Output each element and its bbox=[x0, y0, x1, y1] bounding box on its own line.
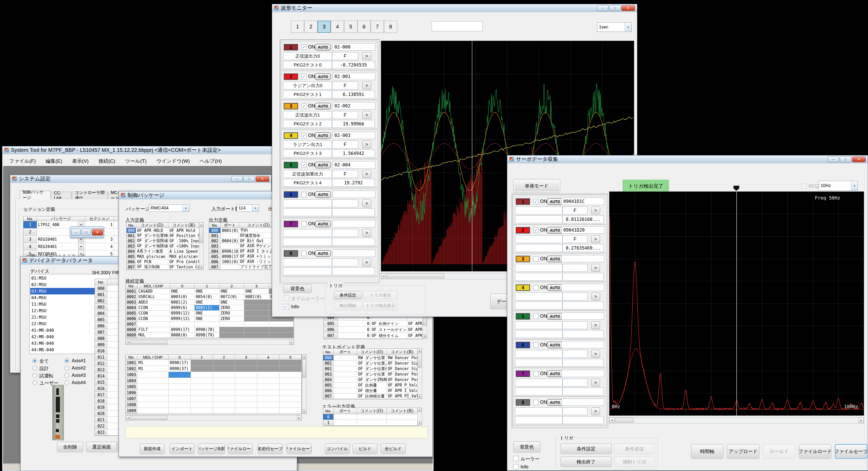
grid-cell[interactable]: OF +100% Input S bbox=[168, 243, 199, 249]
grid-row-header[interactable]: 008 bbox=[95, 335, 107, 342]
grid-cell[interactable]: 0999(17) bbox=[170, 327, 195, 332]
grid-cell[interactable] bbox=[191, 378, 213, 384]
single-shot-mode-button[interactable]: 単発モード bbox=[513, 179, 560, 193]
grid-cell[interactable] bbox=[257, 384, 279, 390]
trigger-button-条件設定[interactable]: 条件設定 bbox=[561, 444, 612, 454]
grid-row-header[interactable]: 007 bbox=[323, 393, 334, 399]
grid-cell[interactable] bbox=[244, 322, 269, 327]
channel-address-field[interactable] bbox=[333, 220, 375, 228]
channel-color-badge[interactable]: 8 bbox=[284, 250, 298, 257]
grid-cell[interactable]: CCON bbox=[137, 316, 170, 322]
grid-row-header[interactable]: 1007 bbox=[126, 396, 137, 402]
grid-cell[interactable] bbox=[235, 360, 257, 366]
tab-8[interactable]: 8 bbox=[384, 21, 397, 33]
channel-auto-button[interactable]: AUTO bbox=[315, 250, 331, 257]
grid-cell[interactable] bbox=[357, 420, 387, 425]
grid-cell[interactable]: OF ダンサ弛限値 bbox=[136, 243, 168, 249]
grid-cell[interactable]: 0003(0) bbox=[170, 294, 195, 300]
channel-auto-button[interactable]: AUTO bbox=[547, 284, 563, 291]
maximize-button[interactable]: □ bbox=[840, 156, 851, 162]
grid-cell[interactable] bbox=[213, 360, 235, 366]
grid-row-header[interactable]: 001 bbox=[95, 292, 107, 298]
channel-expand-button[interactable]: > bbox=[591, 264, 600, 272]
channel-expand-button[interactable]: > bbox=[362, 111, 371, 119]
tab-5[interactable]: 5 bbox=[344, 21, 358, 33]
grid-cell[interactable]: 0999(6) bbox=[170, 305, 195, 311]
grid-cell[interactable] bbox=[257, 378, 279, 384]
channel-auto-button[interactable]: AUTO bbox=[315, 44, 331, 51]
grid-cell[interactable] bbox=[219, 332, 244, 338]
info-textbox[interactable] bbox=[432, 21, 483, 31]
channel-on-checkbox[interactable]: ✓ bbox=[301, 163, 307, 168]
grid-row-header[interactable]: 009 bbox=[95, 342, 107, 348]
grid-row-header[interactable]: 019 bbox=[95, 404, 107, 411]
grid-cell[interactable] bbox=[191, 408, 213, 414]
grid-row-header[interactable]: 013 bbox=[95, 367, 107, 373]
grid-cell[interactable]: CCON bbox=[137, 311, 170, 316]
grid-row-header[interactable]: 004 bbox=[323, 377, 334, 383]
grid-cell[interactable] bbox=[137, 402, 169, 408]
background-color-button[interactable]: 背景色 bbox=[283, 285, 312, 293]
grid-row-header[interactable]: 0006 bbox=[126, 316, 137, 322]
chevron-down-icon[interactable]: ▼ bbox=[851, 181, 858, 190]
grid-row-header[interactable]: 005 bbox=[323, 383, 334, 388]
channel-color-badge[interactable]: 5 bbox=[516, 313, 530, 320]
grid-cell[interactable] bbox=[213, 378, 235, 384]
channel-color-badge[interactable]: 2 bbox=[516, 227, 530, 234]
button-ビルド[interactable]: ビルド bbox=[353, 444, 377, 454]
maximize-button[interactable]: □ bbox=[609, 5, 621, 11]
grid-cell[interactable]: 4 bbox=[85, 243, 114, 251]
grid-cell[interactable] bbox=[191, 396, 213, 402]
grid-cell[interactable] bbox=[334, 388, 357, 393]
minimize-button[interactable]: – bbox=[231, 176, 243, 182]
scrollbar-vertical[interactable]: ▲▼ bbox=[302, 354, 307, 414]
grid-cell[interactable]: 0998(79) bbox=[195, 332, 219, 338]
grid-cell[interactable] bbox=[387, 420, 417, 425]
channel-on-checkbox[interactable] bbox=[533, 400, 538, 405]
grid-cell[interactable]: MAX pls/scan bbox=[168, 254, 199, 259]
grid-cell[interactable]: OF 張力制御 bbox=[136, 264, 168, 270]
grid-row-header[interactable]: 006 bbox=[209, 259, 221, 264]
channel-on-checkbox[interactable]: ✓ bbox=[301, 74, 307, 79]
grid-row-header[interactable]: 007 bbox=[127, 264, 136, 270]
grid-cell[interactable] bbox=[279, 360, 302, 366]
grid-cell[interactable]: OF APR HOLD bbox=[136, 228, 168, 233]
channel-on-checkbox[interactable] bbox=[301, 251, 307, 256]
grid-cell[interactable]: 0998(37) bbox=[169, 366, 191, 372]
grid-cell[interactable]: REGI0401▼ bbox=[37, 243, 85, 251]
menu-item[interactable]: ウインドウ(W) bbox=[156, 158, 190, 165]
grid-cell[interactable] bbox=[195, 322, 219, 327]
grid-row-header[interactable]: 003 bbox=[323, 372, 334, 377]
grid-cell[interactable]: OF APR P_Value bbox=[387, 383, 417, 388]
grid-cell[interactable] bbox=[235, 396, 257, 402]
grid-cell[interactable]: ONE bbox=[219, 289, 244, 294]
chevron-down-icon[interactable]: ▼ bbox=[78, 243, 84, 249]
grid-cell[interactable] bbox=[221, 243, 239, 249]
grid-cell[interactable] bbox=[169, 384, 191, 390]
grid-cell[interactable] bbox=[244, 311, 269, 316]
button-コンパイル[interactable]: コンパイル bbox=[325, 444, 349, 454]
channel-address-field[interactable]: 02-003 bbox=[333, 132, 375, 139]
radio-全て[interactable] bbox=[32, 358, 37, 363]
grid-cell[interactable] bbox=[279, 408, 302, 414]
grid-cell[interactable] bbox=[235, 372, 257, 378]
grid-row-header[interactable]: 003 bbox=[209, 243, 221, 249]
menu-item[interactable]: 接続(C) bbox=[98, 158, 115, 165]
channel-auto-button[interactable]: AUTO bbox=[547, 256, 563, 262]
grid-cell[interactable] bbox=[244, 305, 269, 311]
grid-row-header[interactable]: 0 bbox=[323, 414, 334, 420]
close-icon[interactable]: ✕ bbox=[852, 156, 866, 162]
grid-cell[interactable]: OF APR I_Value bbox=[387, 388, 417, 393]
grid-cell[interactable] bbox=[169, 408, 191, 414]
channel-on-checkbox[interactable] bbox=[533, 371, 538, 376]
channel-expand-button[interactable]: > bbox=[362, 82, 371, 89]
grid-row-header[interactable]: 0002 bbox=[126, 294, 137, 300]
grid-cell[interactable]: RW Dancer Positi bbox=[387, 355, 417, 361]
grid-cell[interactable] bbox=[191, 390, 213, 396]
grid-row-header[interactable]: 023 bbox=[95, 429, 107, 436]
grid-cell[interactable] bbox=[269, 316, 294, 322]
trigger-button-検出終了[interactable]: 検出終了 bbox=[561, 457, 612, 467]
channel-auto-button[interactable]: AUTO bbox=[315, 162, 331, 169]
chevron-down-icon[interactable]: ▼ bbox=[183, 205, 189, 211]
grid-cell[interactable] bbox=[334, 355, 357, 361]
